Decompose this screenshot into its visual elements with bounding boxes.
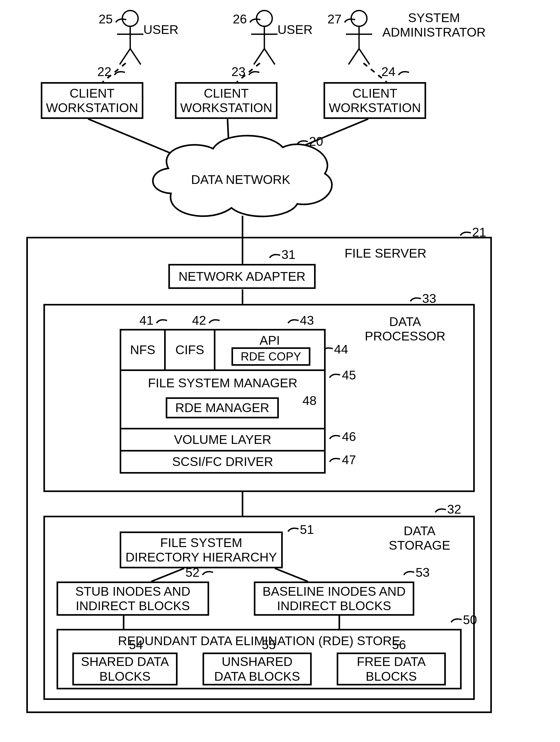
ref-num: 44	[334, 342, 348, 357]
client-workstation: CLIENT WORKSTATION	[175, 82, 278, 119]
api-label: API	[260, 333, 280, 348]
svg-line-4	[130, 49, 141, 64]
fsm-label: FILE SYSTEM MANAGER	[148, 376, 297, 390]
ref-num: 20	[309, 134, 323, 149]
client-workstation: CLIENT WORKSTATION	[324, 82, 426, 119]
nfs-box: NFS	[120, 329, 166, 371]
ref-num: 42	[192, 313, 206, 328]
ref-num: 47	[342, 453, 356, 467]
ref-num: 32	[447, 502, 461, 517]
ref-num: 33	[422, 291, 436, 306]
ref-num: 22	[97, 64, 111, 79]
shared-data-blocks: SHARED DATA BLOCKS	[72, 652, 177, 685]
svg-line-9	[264, 49, 275, 64]
ref-num: 50	[463, 613, 477, 627]
ref-num: 23	[231, 64, 245, 79]
svg-line-8	[254, 49, 264, 64]
user-icon	[117, 10, 144, 64]
ref-num: 43	[300, 313, 314, 328]
ref-num: 41	[139, 313, 153, 328]
scsi-fc-driver: SCSI/FC DRIVER	[120, 450, 326, 474]
ref-num: 21	[472, 225, 486, 240]
ref-num: 55	[262, 638, 276, 652]
ref-num: 26	[233, 12, 247, 26]
rde-store-label: REDUNDANT DATA ELIMINATION (RDE) STORE	[118, 634, 400, 648]
svg-line-3	[120, 49, 130, 64]
user-icon	[346, 10, 372, 64]
client-workstation: CLIENT WORKSTATION	[41, 82, 144, 119]
svg-line-20	[292, 119, 368, 151]
actor-role: USER	[144, 22, 178, 37]
data-storage-label: DATA STORAGE	[376, 524, 463, 552]
ref-num: 25	[99, 12, 113, 26]
svg-line-19	[228, 119, 229, 147]
svg-line-18	[88, 119, 194, 163]
fs-directory-hierarchy: FILE SYSTEM DIRECTORY HIERARCHY	[120, 531, 283, 568]
svg-line-14	[359, 49, 370, 64]
ref-num: 31	[281, 247, 295, 262]
data-network-label: DATA NETWORK	[184, 172, 297, 187]
ref-num: 27	[328, 12, 341, 26]
file-server-label: FILE SERVER	[345, 246, 427, 261]
cifs-box: CIFS	[164, 329, 215, 371]
ref-num: 48	[302, 393, 317, 408]
baseline-inodes: BASELINE INODES AND INDIRECT BLOCKS	[254, 582, 414, 616]
ref-num: 53	[415, 565, 430, 580]
network-adapter: NETWORK ADAPTER	[168, 264, 316, 289]
free-data-blocks: FREE DATA BLOCKS	[337, 652, 446, 685]
rde-copy-box: RDE COPY	[231, 347, 311, 366]
ref-num: 56	[392, 638, 406, 652]
svg-line-13	[348, 49, 359, 64]
ref-num: 46	[342, 429, 356, 444]
svg-point-0	[122, 10, 138, 26]
ref-num: 54	[129, 638, 143, 652]
volume-layer: VOLUME LAYER	[120, 428, 326, 452]
rde-manager: RDE MANAGER	[166, 397, 279, 418]
data-processor-label: DATA PROCESSOR	[350, 314, 460, 343]
actor-role: USER	[278, 22, 313, 37]
svg-point-5	[257, 10, 272, 26]
svg-point-10	[351, 10, 367, 26]
actor-role: SYSTEM ADMINISTRATOR	[374, 10, 495, 40]
stub-inodes: STUB INODES AND INDIRECT BLOCKS	[57, 582, 209, 616]
unshared-data-blocks: UNSHARED DATA BLOCKS	[203, 652, 312, 685]
ref-num: 51	[300, 522, 314, 537]
ref-num: 45	[342, 368, 356, 382]
ref-num: 52	[185, 565, 200, 580]
ref-num: 24	[381, 64, 395, 79]
user-icon	[251, 10, 278, 64]
